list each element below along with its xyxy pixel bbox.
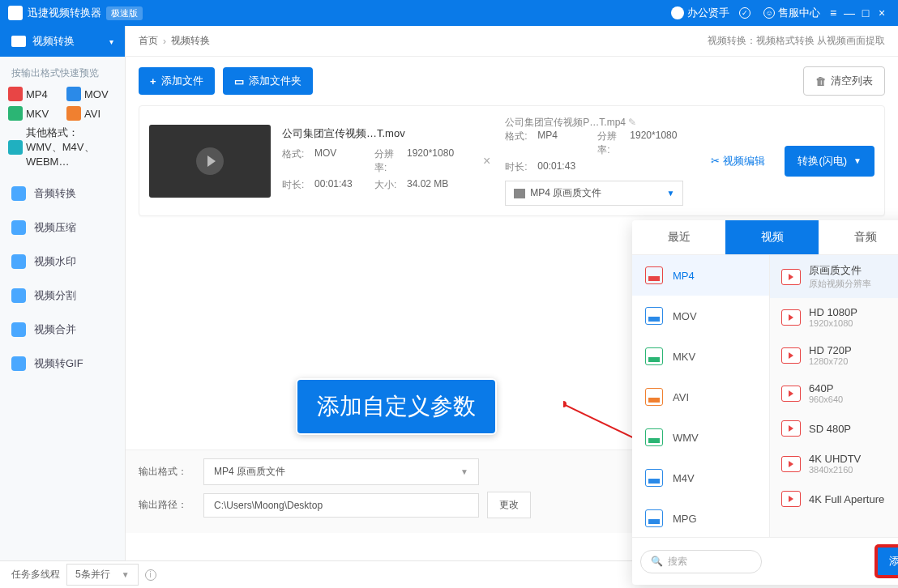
source-filename: 公司集团宣传视频…T.mov: [282, 126, 468, 141]
resolution-4k-full-aperture[interactable]: 4K Full Aperture✎: [770, 483, 898, 515]
resolution-original[interactable]: 原画质文件原始视频分辨率闪电模式✎: [770, 255, 898, 298]
format-option-wmv[interactable]: WMV: [632, 417, 769, 458]
scissors-icon: ✂: [711, 155, 720, 167]
video-file-icon: [781, 456, 801, 472]
resolution-480p[interactable]: SD 480P✎: [770, 412, 898, 445]
format-mov[interactable]: MOV: [66, 87, 117, 101]
rename-icon[interactable]: ✎: [628, 117, 636, 128]
format-option-avi[interactable]: AVI: [632, 377, 769, 417]
format-option-mkv[interactable]: MKV: [632, 336, 769, 377]
breadcrumb-home[interactable]: 首页: [139, 34, 158, 48]
avi-icon: [66, 106, 81, 121]
format-dropdown-panel: 最近 视频 音频 设备 MP4 MOV MKV AVI WMV M4V MPG: [632, 220, 898, 585]
breadcrumb-hint: 视频转换：视频格式转换 从视频画面提取: [708, 34, 885, 48]
add-folder-button[interactable]: ▭添加文件夹: [223, 67, 313, 95]
mp4-icon: [8, 87, 23, 101]
trash-icon: 🗑: [815, 75, 826, 87]
format-option-mpg[interactable]: MPG: [632, 498, 769, 537]
output-format-select[interactable]: MP4 原画质文件▼: [505, 181, 683, 206]
video-compress-icon: [11, 220, 26, 235]
vip-button[interactable]: ✓: [739, 7, 754, 19]
video-file-icon: [781, 269, 801, 285]
svg-point-2: [563, 401, 567, 407]
format-list: MP4 MOV MKV AVI WMV M4V MPG: [632, 255, 770, 537]
audio-convert-icon: [11, 186, 26, 201]
content-area: 首页 › 视频转换 视频转换：视频格式转换 从视频画面提取 +添加文件 ▭添加文…: [126, 26, 898, 560]
chevron-down-icon: ▼: [460, 467, 468, 476]
resolution-4k-uhdtv[interactable]: 4K UHDTV3840x2160✎: [770, 445, 898, 483]
video-file-icon: [781, 420, 801, 437]
mkv-icon: [8, 106, 23, 121]
sidebar-active-video-convert[interactable]: 视频转换 ▾: [0, 26, 125, 57]
video-thumbnail[interactable]: [149, 125, 271, 198]
tab-recent[interactable]: 最近: [632, 220, 725, 254]
plus-icon: +: [150, 75, 156, 87]
folder-icon: ▭: [234, 75, 244, 87]
video-watermark-icon: [11, 254, 26, 269]
multithread-label: 任务多线程: [11, 568, 60, 582]
output-path-field[interactable]: C:\Users\Moong\Desktop: [203, 493, 479, 518]
minimize-button[interactable]: —: [841, 6, 857, 19]
play-icon: [196, 147, 224, 175]
video-edit-link[interactable]: ✂视频编辑: [711, 154, 765, 168]
sidebar-item-audio-convert[interactable]: 音频转换: [0, 177, 125, 211]
sidebar-item-video-watermark[interactable]: 视频水印: [0, 245, 125, 279]
resolution-1080p[interactable]: HD 1080P1920x1080✎: [770, 298, 898, 336]
annotation-text: 添加自定义参数: [296, 378, 497, 435]
search-icon: 🔍: [651, 556, 663, 567]
add-file-button[interactable]: +添加文件: [139, 67, 215, 95]
video-split-icon: [11, 288, 26, 303]
maximize-button[interactable]: □: [857, 6, 874, 19]
change-path-button[interactable]: 更改: [487, 492, 531, 518]
tab-video[interactable]: 视频: [725, 220, 819, 254]
chevron-down-icon: ▼: [122, 570, 130, 579]
target-info: 公司集团宣传视频P…T.mp4 ✎ 格式:MP4分辨率:1920*1080 时长…: [505, 116, 691, 206]
app-logo-icon: [8, 6, 23, 20]
breadcrumb-current: 视频转换: [171, 34, 210, 48]
format-avi[interactable]: AVI: [66, 106, 117, 121]
video-convert-icon: [11, 36, 26, 47]
sidebar: 视频转换 ▾ 按输出格式快速预览 MP4 MOV MKV AVI 其他格式：WM…: [0, 26, 126, 560]
resolution-720p[interactable]: HD 720P1280x720✎: [770, 336, 898, 374]
headset-icon: ☺: [763, 7, 775, 19]
output-path-label: 输出路径：: [139, 498, 195, 512]
avi-icon: [645, 388, 663, 406]
menu-button[interactable]: ≡: [825, 6, 841, 19]
edition-badge: 极速版: [106, 6, 143, 20]
clear-list-button[interactable]: 🗑清空列表: [803, 66, 885, 96]
multithread-select[interactable]: 5条并行▼: [66, 564, 139, 586]
resolution-640p[interactable]: 640P960x640✎: [770, 374, 898, 412]
convert-button[interactable]: 转换(闪电)▼: [785, 146, 874, 177]
sidebar-item-video-merge[interactable]: 视频合并: [0, 313, 125, 347]
format-mkv[interactable]: MKV: [8, 106, 58, 121]
sidebar-section-title: 按输出格式快速预览: [0, 57, 125, 87]
output-format-label: 输出格式：: [139, 465, 195, 479]
format-mp4[interactable]: MP4: [8, 87, 58, 101]
video-file-icon: [781, 491, 801, 507]
sidebar-item-video-to-gif[interactable]: 视频转GIF: [0, 347, 125, 381]
sidebar-item-video-compress[interactable]: 视频压缩: [0, 211, 125, 245]
add-custom-param-button[interactable]: 添加自定义参数模板: [876, 546, 898, 577]
video-file-icon: [781, 309, 801, 326]
format-option-mov[interactable]: MOV: [632, 296, 769, 336]
format-file-icon: [514, 189, 525, 198]
info-icon[interactable]: i: [145, 569, 156, 581]
output-format-field[interactable]: MP4 原画质文件▼: [203, 458, 479, 485]
tab-audio[interactable]: 音频: [819, 220, 898, 254]
office-helper-button[interactable]: 办公贤手: [671, 6, 729, 20]
mp4-icon: [645, 266, 663, 284]
format-option-mp4[interactable]: MP4: [632, 255, 769, 296]
chevron-down-icon: ▼: [853, 156, 862, 165]
mov-icon: [645, 307, 663, 325]
target-filename: 公司集团宣传视频P…T.mp4: [505, 117, 626, 128]
format-option-m4v[interactable]: M4V: [632, 458, 769, 498]
avatar-icon: [671, 6, 684, 19]
video-file-icon: [781, 347, 801, 364]
video-file-icon: [781, 386, 801, 402]
close-button[interactable]: ×: [874, 6, 890, 19]
service-center-button[interactable]: ☺售服中心: [763, 6, 820, 20]
sidebar-item-video-split[interactable]: 视频分割: [0, 279, 125, 313]
remove-file-button[interactable]: ×: [483, 154, 490, 168]
format-search-input[interactable]: 🔍搜索: [640, 550, 762, 573]
format-more[interactable]: 其他格式：WMV、M4V、WEBM…: [8, 126, 113, 170]
